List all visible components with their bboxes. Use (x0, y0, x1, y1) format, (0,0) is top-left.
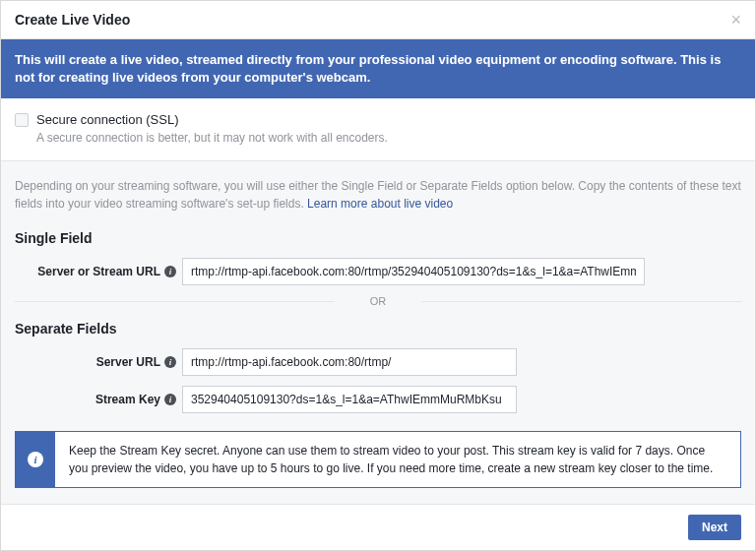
info-icon[interactable]: i (164, 356, 176, 368)
close-icon[interactable]: × (730, 11, 741, 29)
next-button[interactable]: Next (688, 515, 741, 540)
ssl-description: A secure connection is better, but it ma… (15, 131, 741, 145)
stream-key-input[interactable] (182, 386, 517, 413)
alert-icon-container: i (16, 432, 55, 487)
dialog-body: Depending on your streaming software, yo… (1, 161, 755, 504)
stream-key-alert: i Keep the Stream Key secret. Anyone can… (15, 431, 741, 488)
ssl-checkbox[interactable] (15, 113, 29, 127)
dialog-footer: Next (1, 504, 755, 550)
ssl-checkbox-row[interactable]: Secure connection (SSL) (15, 112, 741, 127)
info-icon[interactable]: i (164, 266, 176, 277)
create-live-video-dialog: Create Live Video × This will create a l… (0, 0, 756, 551)
info-banner: This will create a live video, streamed … (1, 39, 755, 98)
info-icon: i (28, 452, 43, 467)
info-icon[interactable]: i (164, 394, 176, 405)
dialog-title: Create Live Video (15, 12, 130, 28)
server-url-row: Server URL i (15, 348, 741, 376)
dialog-header: Create Live Video × (1, 1, 755, 39)
separate-fields-heading: Separate Fields (15, 321, 741, 337)
single-field-row: Server or Stream URL i (15, 258, 741, 285)
stream-key-row: Stream Key i (15, 386, 741, 413)
ssl-section: Secure connection (SSL) A secure connect… (1, 98, 755, 161)
intro-text: Depending on your streaming software, yo… (15, 177, 741, 213)
server-url-label: Server URL i (15, 355, 182, 369)
stream-key-label: Stream Key i (15, 393, 182, 406)
or-divider: OR (15, 295, 741, 307)
server-url-input[interactable] (182, 348, 517, 376)
single-field-heading: Single Field (15, 230, 741, 246)
learn-more-link[interactable]: Learn more about live video (307, 197, 453, 211)
ssl-label: Secure connection (SSL) (36, 112, 179, 127)
alert-text: Keep the Stream Key secret. Anyone can u… (55, 432, 740, 487)
server-or-stream-url-label: Server or Stream URL i (15, 265, 182, 278)
server-or-stream-url-input[interactable] (182, 258, 645, 285)
